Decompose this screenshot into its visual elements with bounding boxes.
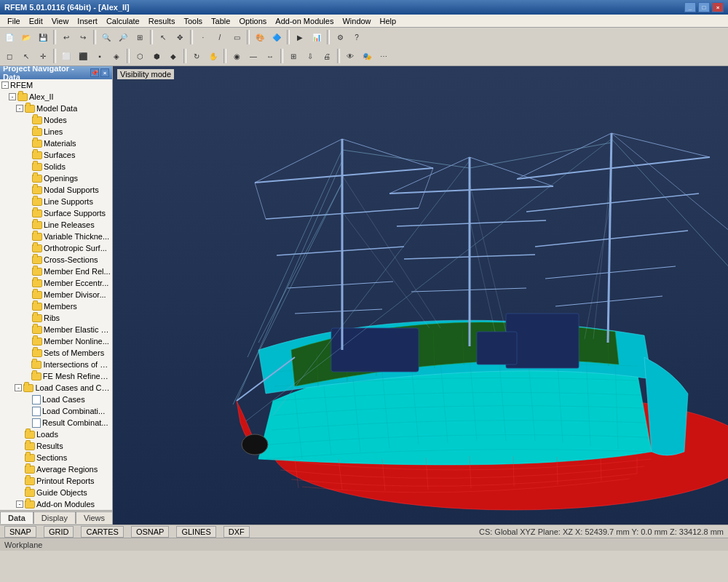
tb-pointer[interactable]: ↖ (18, 48, 34, 64)
tb-save[interactable]: 💾 (35, 29, 51, 45)
tree-area[interactable]: - RFEM - Alex_II - Model Data (0, 79, 112, 510)
tb-view3d[interactable]: 🔷 (269, 29, 285, 45)
tree-item-alex2[interactable]: - Alex_II (0, 91, 112, 103)
tree-item-lines[interactable]: Lines (0, 126, 112, 137)
tb-move[interactable]: ✥ (172, 29, 188, 45)
tree-expand-model-data[interactable]: - (16, 105, 23, 112)
tb-print-btn[interactable]: 🖨 (319, 48, 335, 64)
tree-expand-rfem[interactable]: - (1, 81, 9, 89)
menu-view[interactable]: View (47, 16, 74, 26)
tb-line[interactable]: / (212, 29, 228, 45)
tb-dim[interactable]: ↔ (262, 48, 278, 64)
menu-file[interactable]: File (3, 16, 25, 26)
tb-results-btn[interactable]: 📊 (309, 29, 325, 45)
menu-calculate[interactable]: Calculate (102, 16, 144, 26)
viewport[interactable]: Visibility mode (113, 66, 728, 525)
tb-undo[interactable]: ↩ (58, 29, 74, 45)
minimize-button[interactable]: _ (684, 2, 696, 12)
tree-item-ribs[interactable]: Ribs (0, 312, 112, 324)
menu-table[interactable]: Table (207, 16, 234, 26)
tb-open[interactable]: 📂 (18, 29, 34, 45)
tab-display[interactable]: Display (33, 511, 76, 524)
tree-item-load-combina[interactable]: Load Combinati... (0, 405, 112, 417)
tb-select2[interactable]: ◻ (1, 48, 17, 64)
tree-item-model-data[interactable]: - Model Data (0, 103, 112, 114)
tree-item-load-cases[interactable]: Load Cases (0, 394, 112, 405)
tb-select[interactable]: ↖ (155, 29, 171, 45)
tree-item-solids[interactable]: Solids (0, 161, 112, 172)
tree-item-member-nonline[interactable]: Member Nonline... (0, 335, 112, 347)
tree-item-cross-sections[interactable]: Cross-Sections (0, 254, 112, 266)
menu-edit[interactable]: Edit (25, 16, 47, 26)
tb-rotate[interactable]: ↻ (189, 48, 205, 64)
cartes-button[interactable]: CARTES (81, 526, 123, 538)
glines-button[interactable]: GLINES (176, 526, 215, 538)
tree-item-member-elastic[interactable]: Member Elastic F... (0, 324, 112, 335)
tab-views[interactable]: Views (76, 511, 113, 524)
tb-front-view[interactable]: ⬜ (58, 48, 74, 64)
close-button[interactable]: × (712, 2, 724, 12)
tree-expand-alex2[interactable]: - (9, 93, 16, 100)
tb-cross[interactable]: ✛ (35, 48, 51, 64)
tb-surface[interactable]: ▭ (229, 29, 245, 45)
menu-window[interactable]: Window (338, 16, 375, 26)
tb-snap-line[interactable]: — (245, 48, 261, 64)
menu-insert[interactable]: Insert (73, 16, 102, 26)
tree-item-variable-thickne[interactable]: Variable Thickne... (0, 231, 112, 242)
tb-redo[interactable]: ↪ (75, 29, 91, 45)
menu-results[interactable]: Results (144, 16, 180, 26)
tb-visibility[interactable]: 👁 (342, 48, 358, 64)
tree-item-line-supports[interactable]: Line Supports (0, 196, 112, 207)
tree-item-average-regions[interactable]: Average Regions (0, 463, 112, 475)
menu-tools[interactable]: Tools (179, 16, 207, 26)
tb-extras[interactable]: ⋯ (376, 48, 392, 64)
tree-item-intersections[interactable]: Intersections of S... (0, 359, 112, 370)
tb-new[interactable]: 📄 (1, 29, 17, 45)
panel-pin-btn[interactable]: 📌 (90, 68, 99, 77)
tree-item-members[interactable]: Members (0, 300, 112, 312)
tb-color-mode[interactable]: 🎭 (359, 48, 375, 64)
panel-close-btn[interactable]: × (100, 68, 109, 77)
tree-item-orthotropic[interactable]: Orthotropic Surf... (0, 242, 112, 254)
tb-mesh[interactable]: ⊞ (285, 48, 301, 64)
tree-item-nodal-supports[interactable]: Nodal Supports (0, 184, 112, 196)
tree-item-addon-modules[interactable]: - Add-on Modules (0, 498, 112, 510)
tree-expand-addon-modules[interactable]: - (16, 501, 23, 508)
tree-item-rfem[interactable]: - RFEM (0, 79, 112, 91)
tree-item-materials[interactable]: Materials (0, 137, 112, 149)
tb-node[interactable]: · (195, 29, 211, 45)
tb-zoom-in[interactable]: 🔍 (98, 29, 114, 45)
maximize-button[interactable]: □ (698, 2, 710, 12)
tb-calculate[interactable]: ▶ (292, 29, 308, 45)
tree-expand-load-cases-comb[interactable]: - (15, 384, 22, 391)
tb-zoom-all[interactable]: ⊞ (132, 29, 148, 45)
tb-3d-view[interactable]: ◈ (108, 48, 124, 64)
tab-data[interactable]: Data (0, 511, 33, 524)
tb-snap-node[interactable]: ◉ (229, 48, 245, 64)
tree-item-fe-mesh-refinem[interactable]: FE Mesh Refinem... (0, 370, 112, 382)
tb-zoom-out[interactable]: 🔎 (115, 29, 131, 45)
tree-item-nodes[interactable]: Nodes (0, 114, 112, 126)
dxf-button[interactable]: DXF (223, 526, 250, 538)
menu-help[interactable]: Help (376, 16, 401, 26)
tree-item-surface-supports[interactable]: Surface Supports (0, 207, 112, 219)
tree-item-member-divisor[interactable]: Member Divisor... (0, 289, 112, 300)
snap-button[interactable]: SNAP (4, 526, 36, 538)
tb-settings[interactable]: ⚙ (332, 29, 348, 45)
menu-options[interactable]: Options (234, 16, 271, 26)
grid-button[interactable]: GRID (44, 526, 74, 538)
tree-item-sections[interactable]: Sections (0, 452, 112, 463)
tree-item-member-eccentr[interactable]: Member Eccentr... (0, 277, 112, 289)
tree-item-guide-objects[interactable]: Guide Objects (0, 487, 112, 498)
tree-item-surfaces[interactable]: Surfaces (0, 149, 112, 161)
tb-shade[interactable]: ◆ (165, 48, 181, 64)
tb-pan[interactable]: ✋ (205, 48, 221, 64)
tree-item-member-end-rel[interactable]: Member End Rel... (0, 266, 112, 277)
tb-wire[interactable]: ⬡ (132, 48, 148, 64)
tree-item-openings[interactable]: Openings (0, 172, 112, 184)
tree-item-results[interactable]: Results (0, 440, 112, 452)
tree-item-sets-of-members[interactable]: Sets of Members (0, 347, 112, 359)
tree-item-line-releases[interactable]: Line Releases (0, 219, 112, 231)
tree-item-printout-reports[interactable]: Printout Reports (0, 475, 112, 487)
tb-solid[interactable]: ⬢ (149, 48, 165, 64)
